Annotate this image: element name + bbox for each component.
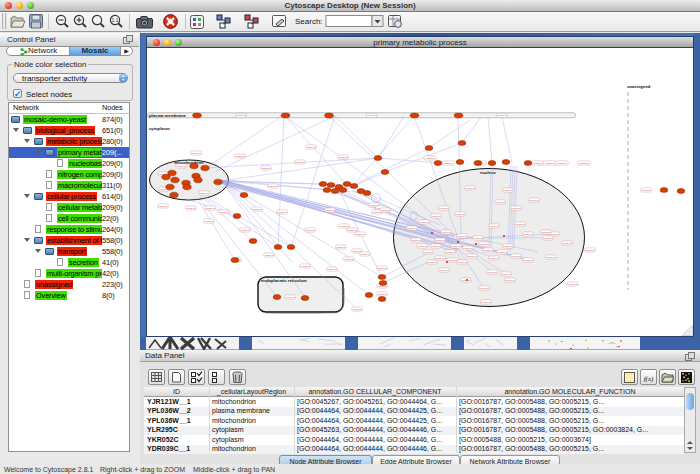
svg-text:Ydl039(1): Ydl039(1) (268, 185, 279, 188)
svg-text:Ydl039(1): Ydl039(1) (489, 257, 500, 260)
svg-text:Ydl039(1): Ydl039(1) (505, 279, 516, 282)
svg-text:Ydl039(1): Ydl039(1) (435, 257, 446, 260)
svg-text:Ydl039(1): Ydl039(1) (325, 209, 336, 212)
svg-text:Ydl039(1): Ydl039(1) (427, 261, 438, 264)
svg-text:Ydl039(1): Ydl039(1) (261, 167, 272, 170)
svg-text:Ydl039(1): Ydl039(1) (497, 114, 508, 117)
svg-text:Ydl039(1): Ydl039(1) (473, 237, 484, 240)
svg-text:Ydl039(1): Ydl039(1) (252, 208, 263, 211)
svg-text:Ydl039(1): Ydl039(1) (344, 258, 355, 261)
svg-text:Ydl039(1): Ydl039(1) (295, 161, 306, 164)
svg-text:Ydl039(1): Ydl039(1) (457, 261, 468, 264)
svg-text:Ydl039(1): Ydl039(1) (407, 227, 418, 230)
svg-text:Ydl039(1): Ydl039(1) (431, 245, 442, 248)
svg-text:Ydl039(1): Ydl039(1) (511, 207, 522, 210)
svg-text:Ydl039(1): Ydl039(1) (235, 155, 246, 158)
svg-text:Ydl039(1): Ydl039(1) (305, 229, 316, 232)
svg-text:Ydl039(1): Ydl039(1) (264, 254, 275, 257)
svg-text:Ydl039(1): Ydl039(1) (515, 223, 526, 226)
svg-text:Ydl039(1): Ydl039(1) (347, 229, 358, 232)
svg-text:Ydl039(1): Ydl039(1) (240, 229, 251, 232)
svg-text:Ydl039(1): Ydl039(1) (439, 269, 450, 272)
svg-text:Ydl039(1): Ydl039(1) (411, 239, 422, 242)
svg-text:Ydl039(1): Ydl039(1) (352, 308, 363, 311)
svg-text:Ydl039(1): Ydl039(1) (360, 253, 371, 256)
svg-text:Ydl039(1): Ydl039(1) (336, 246, 347, 249)
svg-text:Ydl039(1): Ydl039(1) (585, 249, 596, 252)
svg-text:endoplasmic reticulum: endoplasmic reticulum (261, 278, 307, 283)
svg-text:Ydl039(1): Ydl039(1) (487, 271, 498, 274)
svg-text:Ydl039(1): Ydl039(1) (455, 213, 466, 216)
svg-text:Ydl039(1): Ydl039(1) (435, 239, 446, 242)
svg-text:Ydl039(1): Ydl039(1) (523, 233, 534, 236)
svg-text:Ydl039(1): Ydl039(1) (300, 265, 311, 268)
svg-text:Ydl039(1): Ydl039(1) (327, 268, 338, 271)
svg-text:Ydl039(1): Ydl039(1) (568, 283, 579, 286)
svg-text:Ydl039(1): Ydl039(1) (579, 162, 590, 165)
svg-text:Ydl039(1): Ydl039(1) (186, 207, 197, 210)
svg-text:Ydl039(1): Ydl039(1) (306, 146, 317, 149)
svg-text:Ydl039(1): Ydl039(1) (503, 189, 514, 192)
svg-text:Ydl039(1): Ydl039(1) (445, 251, 456, 254)
svg-text:Ydl039(1): Ydl039(1) (431, 215, 442, 218)
svg-text:Ydl039(1): Ydl039(1) (417, 245, 428, 248)
svg-text:Ydl039(1): Ydl039(1) (419, 221, 430, 224)
svg-text:Ydl039(1): Ydl039(1) (441, 231, 452, 234)
svg-text:Ydl039(1): Ydl039(1) (158, 205, 169, 208)
svg-text:Ydl039(1): Ydl039(1) (423, 251, 434, 254)
svg-text:plasma membrane: plasma membrane (149, 113, 186, 118)
svg-text:Ydl039(1): Ydl039(1) (523, 259, 534, 262)
svg-text:Ydl039(1): Ydl039(1) (204, 220, 215, 223)
svg-text:Ydl039(1): Ydl039(1) (285, 296, 296, 299)
svg-text:Ydl039(1): Ydl039(1) (199, 192, 210, 195)
svg-text:Ydl039(1): Ydl039(1) (377, 293, 388, 296)
svg-text:nucleus: nucleus (480, 170, 496, 175)
svg-text:Ydl039(1): Ydl039(1) (481, 301, 492, 304)
svg-text:Ydl039(1): Ydl039(1) (443, 162, 454, 165)
svg-text:Ydl039(1): Ydl039(1) (439, 207, 450, 210)
svg-text:Ydl039(1): Ydl039(1) (479, 287, 490, 290)
svg-text:Ydl039(1): Ydl039(1) (503, 245, 514, 248)
svg-text:Ydl039(1): Ydl039(1) (479, 243, 490, 246)
svg-text:Ydl039(1): Ydl039(1) (545, 162, 556, 165)
svg-text:Ydl039(1): Ydl039(1) (176, 165, 187, 168)
svg-text:Ydl039(1): Ydl039(1) (529, 199, 540, 202)
svg-text:Ydl039(1): Ydl039(1) (339, 225, 350, 228)
svg-text:Ydl039(1): Ydl039(1) (380, 209, 391, 212)
svg-text:Ydl039(1): Ydl039(1) (277, 211, 288, 214)
svg-text:cytoplasm: cytoplasm (149, 126, 170, 131)
svg-text:Ydl039(1): Ydl039(1) (451, 245, 462, 248)
svg-text:Ydl039(1): Ydl039(1) (489, 225, 500, 228)
svg-text:Ydl039(1): Ydl039(1) (205, 207, 216, 210)
svg-text:Ydl039(1): Ydl039(1) (533, 162, 544, 165)
svg-text:f(x): f(x) (644, 375, 654, 383)
svg-text:Ydl039(1): Ydl039(1) (511, 255, 522, 258)
svg-text:Ydl039(1): Ydl039(1) (501, 273, 512, 276)
svg-text:Ydl039(1): Ydl039(1) (546, 256, 557, 259)
svg-text:Ydl039(1): Ydl039(1) (236, 114, 247, 117)
svg-text:Ydl039(1): Ydl039(1) (557, 162, 568, 165)
svg-text:Ydl039(1): Ydl039(1) (425, 157, 436, 160)
svg-text:Ydl039(1): Ydl039(1) (463, 247, 474, 250)
svg-text:Search:: Search: (295, 17, 323, 26)
svg-text:Ydl039(1): Ydl039(1) (497, 251, 508, 254)
svg-text:1:1: 1:1 (112, 17, 119, 23)
svg-text:Ydl039(1): Ydl039(1) (483, 249, 494, 252)
svg-text:Ydl039(1): Ydl039(1) (338, 156, 349, 159)
svg-text:Ydl039(1): Ydl039(1) (219, 211, 230, 214)
svg-text:Ydl039(1): Ydl039(1) (641, 189, 652, 192)
svg-text:Ydl039(1): Ydl039(1) (457, 235, 468, 238)
svg-text:Ydl039(1): Ydl039(1) (191, 152, 202, 155)
svg-text:Ydl039(1): Ydl039(1) (377, 267, 388, 270)
svg-text:Ydl039(1): Ydl039(1) (366, 114, 377, 117)
svg-text:Ydl039(1): Ydl039(1) (543, 237, 554, 240)
svg-text:Ydl039(1): Ydl039(1) (467, 255, 478, 258)
svg-text:Ydl039(1): Ydl039(1) (447, 259, 458, 262)
svg-text:Ydl039(1): Ydl039(1) (355, 233, 366, 236)
svg-text:Ydl039(1): Ydl039(1) (465, 187, 476, 190)
svg-text:unassigned: unassigned (627, 84, 651, 89)
svg-text:Ydl039(1): Ydl039(1) (495, 201, 506, 204)
svg-text:Ydl039(1): Ydl039(1) (541, 231, 552, 234)
svg-text:Ydl039(1): Ydl039(1) (562, 242, 573, 245)
